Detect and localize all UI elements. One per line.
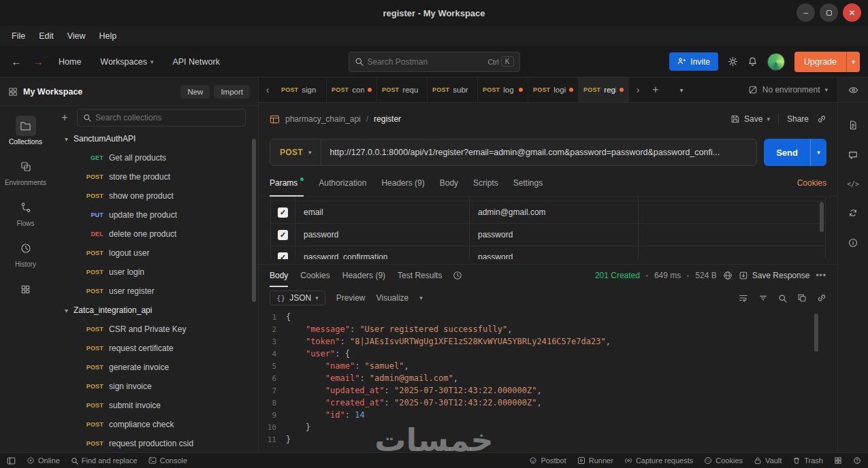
upgrade-dropdown-icon[interactable]: ▾ — [846, 52, 860, 72]
params-scrollbar[interactable] — [820, 202, 824, 232]
comments-icon[interactable] — [848, 150, 858, 160]
request-tab[interactable]: POSTcon — [327, 78, 377, 102]
param-value[interactable]: password — [470, 224, 639, 246]
menu-file[interactable]: File — [5, 29, 31, 44]
param-key[interactable]: email — [295, 201, 470, 223]
tabs-scroll-right-icon[interactable]: › — [629, 78, 647, 102]
menu-help[interactable]: Help — [93, 29, 123, 44]
nav-home[interactable]: Home — [52, 53, 88, 71]
response-subtab-test[interactable]: Test Results — [398, 265, 442, 286]
response-history-icon[interactable] — [453, 271, 462, 280]
new-tab-button[interactable]: + — [647, 78, 664, 102]
trash-button[interactable]: Trash — [792, 456, 823, 465]
minimize-button[interactable]: – — [797, 3, 815, 22]
request-item[interactable]: GETGet all products — [51, 148, 258, 167]
response-format-dropdown[interactable]: {} JSON ▾ — [270, 290, 325, 305]
save-button[interactable]: Save ▾ — [730, 114, 770, 124]
param-checkbox[interactable]: ✓ — [278, 207, 288, 218]
response-body[interactable]: 1{2 "message": "User registered successf… — [259, 310, 837, 452]
request-item[interactable]: POSTcompliance check — [51, 415, 258, 434]
postbot-button[interactable]: Postbot — [529, 456, 566, 465]
save-response-button[interactable]: Save Response — [739, 271, 810, 280]
breadcrumb-collection[interactable]: pharmacy_chain_api — [285, 114, 361, 124]
import-button[interactable]: Import — [214, 85, 250, 99]
collections-search[interactable] — [77, 109, 246, 127]
request-subtab-params[interactable]: Params — [270, 169, 304, 196]
link-icon[interactable] — [817, 293, 826, 303]
close-button[interactable]: ✕ — [843, 3, 861, 22]
rail-item-history[interactable]: History — [0, 238, 51, 268]
console-button[interactable]: Console — [148, 456, 187, 465]
request-item[interactable]: POSTuser login — [51, 263, 258, 282]
request-tab[interactable]: POSTrequ — [377, 78, 428, 102]
search-input[interactable] — [368, 57, 484, 67]
network-globe-icon[interactable] — [723, 271, 733, 280]
user-avatar[interactable] — [767, 53, 785, 71]
invite-button[interactable]: Invite — [669, 52, 718, 71]
preview-button[interactable]: Preview — [336, 293, 366, 303]
request-item[interactable]: POSTshow one product — [51, 186, 258, 205]
rail-item-more[interactable] — [0, 279, 51, 299]
request-item[interactable]: POSTlogout user — [51, 244, 258, 263]
request-item[interactable]: POSTuser register — [51, 282, 258, 301]
collection-folder[interactable]: ▾SanctumAuthAPI — [51, 129, 258, 148]
param-value[interactable]: password — [470, 246, 639, 259]
rail-item-collections[interactable]: Collections — [0, 116, 51, 146]
copy-icon[interactable] — [797, 293, 807, 303]
response-scrollbar[interactable] — [814, 314, 818, 352]
response-subtab-body[interactable]: Body — [270, 265, 288, 286]
global-search[interactable]: CtrlK — [349, 52, 520, 72]
param-description[interactable] — [639, 224, 825, 246]
back-arrow-icon[interactable]: ← — [8, 56, 25, 67]
request-subtab-headers[interactable]: Headers (9) — [381, 169, 424, 196]
code-snippet-icon[interactable]: </> — [847, 180, 859, 188]
request-item[interactable]: POSTrequest production csid — [51, 434, 258, 452]
request-tab[interactable]: POSTregi — [579, 78, 629, 102]
url-input[interactable] — [321, 148, 756, 157]
vault-button[interactable]: Vault — [754, 456, 782, 465]
response-time[interactable]: 649 ms — [654, 271, 681, 280]
request-subtab-authorization[interactable]: Authorization — [319, 169, 366, 196]
method-selector[interactable]: POST ▾ — [270, 139, 321, 165]
nav-api-network[interactable]: API Network — [165, 53, 226, 71]
visualize-button[interactable]: Visualize — [376, 293, 408, 303]
sidebar-scrollbar[interactable] — [252, 139, 256, 302]
more-options-icon[interactable]: ••• — [816, 271, 826, 280]
search-icon[interactable] — [778, 294, 787, 303]
help-icon[interactable] — [853, 456, 861, 465]
runner-button[interactable]: Runner — [577, 456, 613, 465]
collections-search-input[interactable] — [95, 113, 240, 122]
param-description[interactable] — [639, 246, 825, 259]
request-tab[interactable]: POSTsubr — [428, 78, 478, 102]
sidebar-toggle-icon[interactable] — [7, 456, 16, 465]
sync-icon[interactable] — [848, 208, 858, 218]
new-button[interactable]: New — [180, 85, 210, 99]
param-key[interactable]: password_confirmation — [295, 246, 470, 259]
request-subtab-settings[interactable]: Settings — [513, 169, 543, 196]
notifications-bell-icon[interactable] — [748, 56, 758, 67]
save-dropdown-icon[interactable]: ▾ — [767, 116, 770, 122]
maximize-button[interactable] — [820, 3, 838, 22]
request-item[interactable]: POSTCSR and Private Key — [51, 320, 258, 339]
capture-requests-button[interactable]: Capture requests — [624, 456, 693, 465]
request-item[interactable]: DELdelete one product — [51, 224, 258, 244]
request-subtab-body[interactable]: Body — [440, 169, 458, 196]
param-value[interactable]: admin@gmail.com — [470, 201, 639, 223]
request-item[interactable]: POSTstore the product — [51, 167, 258, 186]
rail-item-flows[interactable]: Flows — [0, 197, 51, 227]
environment-quick-look-icon[interactable] — [848, 85, 858, 95]
find-and-replace-button[interactable]: Find and replace — [71, 456, 138, 465]
response-size[interactable]: 524 B — [695, 271, 716, 280]
environment-selector[interactable]: No environment ▾ — [739, 78, 837, 102]
link-icon[interactable] — [817, 114, 826, 124]
tab-options-icon[interactable]: ▾ — [671, 78, 692, 102]
collection-folder[interactable]: ▾Zatca_integration_api — [51, 301, 258, 320]
settings-gear-icon[interactable] — [728, 56, 738, 67]
response-subtab-headers[interactable]: Headers (9) — [342, 265, 385, 286]
send-dropdown-icon[interactable]: ▾ — [810, 139, 826, 166]
filter-icon[interactable] — [758, 293, 768, 303]
wrap-text-icon[interactable] — [739, 293, 748, 303]
request-item[interactable]: POSTgenerate invoice — [51, 358, 258, 377]
request-item[interactable]: POSTrequest certificate — [51, 339, 258, 358]
forward-arrow-icon[interactable]: → — [30, 56, 46, 67]
